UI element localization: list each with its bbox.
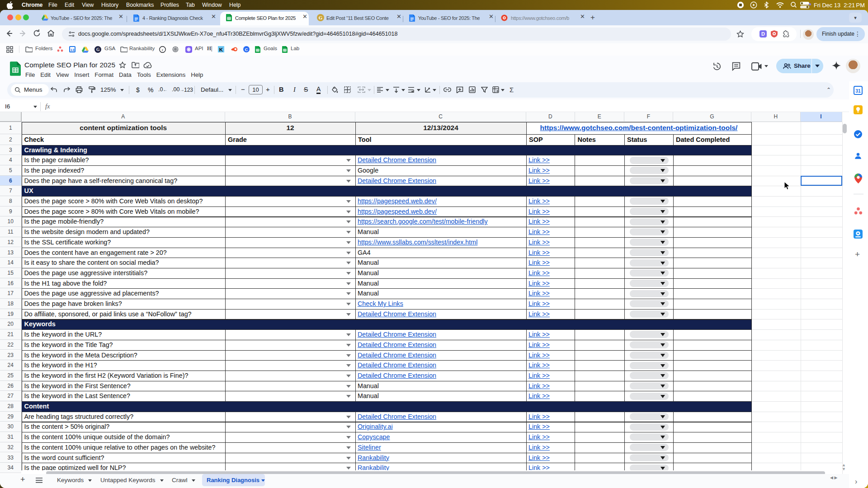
svg-text:r: r xyxy=(162,47,163,52)
svg-text:G: G xyxy=(96,47,100,52)
svg-text:D: D xyxy=(761,31,765,37)
svg-text:K: K xyxy=(219,47,223,52)
svg-text:13: 13 xyxy=(71,48,75,52)
svg-text:G: G xyxy=(319,15,323,20)
svg-text:C: C xyxy=(245,47,248,52)
svg-text:31: 31 xyxy=(855,88,861,94)
